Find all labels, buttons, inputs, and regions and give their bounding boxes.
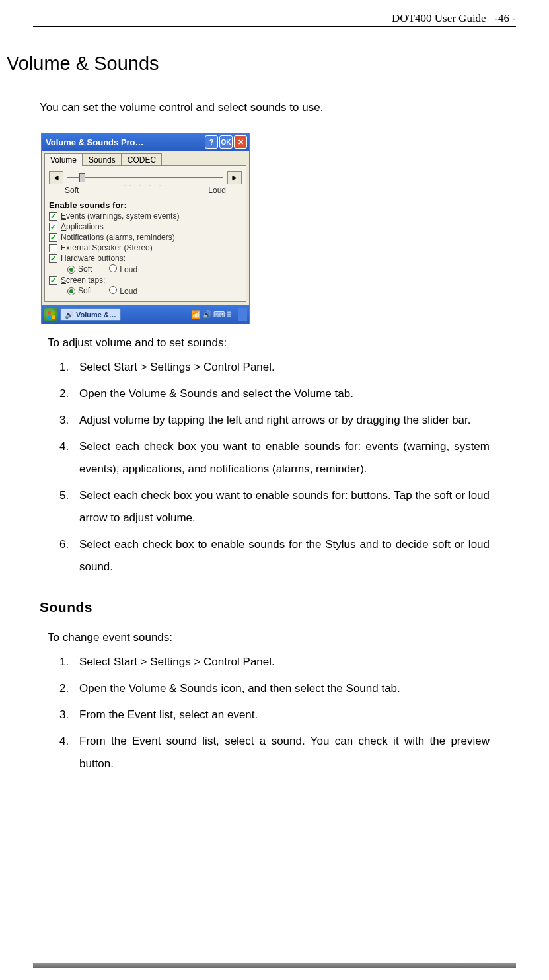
checkbox-applications[interactable]: ✓ <box>49 223 57 231</box>
step-1-3: Adjust volume by tapping the left and ri… <box>59 409 490 432</box>
step-1-2: Open the Volume & Sounds and select the … <box>59 383 490 405</box>
instructions-lead-1: To adjust volume and to set sounds: <box>48 336 490 350</box>
step-1-4: Select each check box you want to enable… <box>59 435 490 480</box>
close-button[interactable]: ✕ <box>234 135 247 149</box>
tab-sounds[interactable]: Sounds <box>83 153 122 166</box>
checkbox-external-speaker[interactable] <box>49 244 57 252</box>
label-notifications: Notifications (alarms, reminders) <box>61 233 175 242</box>
tab-codec[interactable]: CODEC <box>122 153 162 166</box>
tray-icon-4[interactable]: 🖥 <box>225 310 234 319</box>
label-tap-soft: Soft <box>78 286 92 295</box>
tab-panel-volume: ◄ ► Soft Loud Enable sounds for: ✓EEvent… <box>44 165 246 302</box>
radio-hw-soft[interactable] <box>67 266 75 274</box>
doc-title: DOT400 User Guide <box>392 12 486 24</box>
system-tray: 📶 🔊 ⌨ 🖥 <box>191 310 234 319</box>
page-number: -46 - <box>494 12 516 24</box>
label-events: EEvents (warnings, system events)vents (… <box>61 211 179 221</box>
slider-thumb[interactable] <box>79 173 85 182</box>
svg-rect-1 <box>52 311 55 314</box>
step-1-1: Select Start > Settings > Control Panel. <box>59 356 490 379</box>
svg-rect-2 <box>47 315 50 319</box>
screenshot-window: Volume & Sounds Pro… ? OK ✕ Volume Sound… <box>41 133 250 324</box>
svg-rect-3 <box>52 315 55 319</box>
volume-left-arrow[interactable]: ◄ <box>49 171 63 184</box>
tray-icon-1[interactable]: 📶 <box>191 310 200 319</box>
volume-right-arrow[interactable]: ► <box>227 171 242 184</box>
step-2-1: Select Start > Settings > Control Panel. <box>59 651 490 673</box>
window-title: Volume & Sounds Pro… <box>44 137 203 147</box>
checkbox-screen-taps[interactable]: ✓ <box>49 276 57 285</box>
step-1-5: Select each check box you want to enable… <box>59 484 490 529</box>
instructions-lead-2: To change event sounds: <box>48 631 490 644</box>
start-button[interactable] <box>44 308 58 321</box>
label-hardware-buttons: Hardware buttons: <box>61 254 126 263</box>
window-titlebar: Volume & Sounds Pro… ? OK ✕ <box>42 133 249 151</box>
step-2-2: Open the Volume & Sounds icon, and then … <box>59 677 490 700</box>
label-screen-taps: Screen taps: <box>61 276 105 285</box>
radio-tap-soft[interactable] <box>67 287 75 295</box>
tab-row: Volume Sounds CODEC <box>42 151 249 166</box>
subheading-sounds: Sounds <box>40 599 516 615</box>
checkbox-hardware-buttons[interactable]: ✓ <box>49 254 57 263</box>
step-2-3: From the Event list, select an event. <box>59 704 490 726</box>
tab-volume[interactable]: Volume <box>44 153 83 166</box>
checkbox-events[interactable]: ✓ <box>49 212 57 221</box>
label-hw-soft: Soft <box>78 264 92 274</box>
taskbar-grip[interactable] <box>238 308 247 321</box>
label-tap-loud: Loud <box>120 287 137 296</box>
label-applications: Applications <box>61 222 104 231</box>
instructions-sounds: To change event sounds: Select Start > S… <box>48 631 490 775</box>
header-rule <box>33 26 516 27</box>
enable-sounds-label: Enable sounds for: <box>49 200 242 210</box>
radio-hw-loud[interactable] <box>109 264 117 272</box>
checkbox-notifications[interactable]: ✓ <box>49 233 57 242</box>
step-2-4: From the Event sound list, select a soun… <box>59 730 490 775</box>
tray-icon-2[interactable]: 🔊 <box>202 310 211 319</box>
speaker-icon: 🔊 <box>65 311 74 319</box>
radio-tap-loud[interactable] <box>109 286 117 294</box>
label-hw-loud: Loud <box>120 265 137 274</box>
taskbar-item-label: Volume &… <box>76 311 116 319</box>
tray-icon-3[interactable]: ⌨ <box>213 310 223 319</box>
instructions-volume: To adjust volume and to set sounds: Sele… <box>48 336 490 578</box>
help-button[interactable]: ? <box>205 135 218 149</box>
volume-slider[interactable] <box>67 171 223 184</box>
page-title: Volume & Sounds <box>7 53 516 75</box>
page-header: DOT400 User Guide -46 - <box>392 12 516 25</box>
windows-icon <box>47 311 55 319</box>
label-external-speaker: External Speaker (Stereo) <box>61 243 153 252</box>
intro-text: You can set the volume control and selec… <box>40 101 516 114</box>
svg-rect-0 <box>47 311 50 314</box>
ok-button[interactable]: OK <box>219 135 233 149</box>
footer-bar <box>33 963 516 968</box>
taskbar: 🔊 Volume &… 📶 🔊 ⌨ 🖥 <box>42 305 249 324</box>
taskbar-item-volume[interactable]: 🔊 Volume &… <box>60 308 121 321</box>
step-1-6: Select each check box to enable sounds f… <box>59 533 490 578</box>
